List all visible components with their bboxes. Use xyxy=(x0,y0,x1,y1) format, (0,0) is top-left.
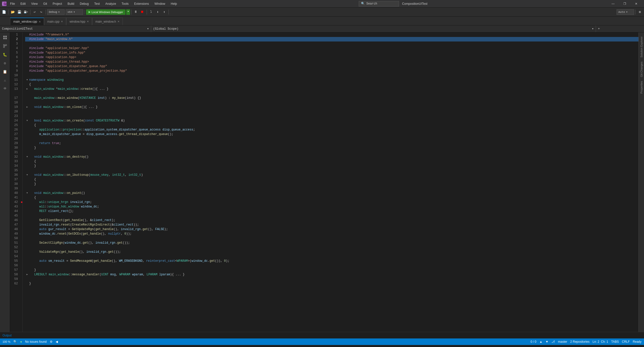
menu-extensions[interactable]: Extensions xyxy=(132,2,151,6)
panel-tab-properties[interactable]: Properties xyxy=(639,79,644,96)
tabs-label[interactable]: TABS xyxy=(611,340,619,343)
menu-edit[interactable]: Edit xyxy=(18,2,28,6)
undo-button[interactable]: ↩ xyxy=(32,9,38,15)
new-project-button[interactable]: 📄 xyxy=(1,9,7,15)
chevron-down-icon: ▾ xyxy=(626,10,628,14)
collapse-button-40[interactable]: ▼ xyxy=(25,191,29,195)
scope-left-dropdown[interactable]: CompositionUITest ▾ xyxy=(0,25,151,32)
close-button[interactable]: ✕ xyxy=(630,0,642,8)
sidebar-solution-explorer[interactable] xyxy=(1,33,9,41)
settings-icon[interactable]: ⚙ xyxy=(50,340,53,343)
stop-button[interactable]: ⏹ xyxy=(139,9,145,15)
code-line-55: auto sm_result = SendMessageW(get_handle… xyxy=(25,259,638,263)
zoom-icon[interactable]: 🔍 xyxy=(13,340,17,343)
menu-help[interactable]: Help xyxy=(169,2,179,6)
menu-test[interactable]: Test xyxy=(92,2,102,6)
line-numbers: 1 2 3 4 5 6 7 8 9 10 11 12 13 17 18 19 2… xyxy=(10,32,23,332)
zoom-level: 100 % xyxy=(3,340,10,343)
line-num-20: 20 xyxy=(10,109,20,114)
save-all-button[interactable]: 💾+ xyxy=(23,9,29,15)
code-line-41: { xyxy=(25,195,638,200)
tab-close-icon[interactable]: ✕ xyxy=(61,20,63,23)
repos-label[interactable]: 2 Repositories xyxy=(570,340,590,343)
code-lines[interactable]: #include "framework.h" #include "main_wi… xyxy=(23,32,638,332)
tab-label: main_window.h xyxy=(95,20,116,23)
branch-label[interactable]: master xyxy=(558,340,567,343)
tab-main-window-cpp[interactable]: main_window.cpp ✕ xyxy=(10,18,44,25)
line-num-49: 49 xyxy=(10,232,20,236)
line-num-57: 57 xyxy=(10,268,20,272)
config-dropdown[interactable]: Debug ▾ xyxy=(47,9,65,15)
sidebar-git[interactable] xyxy=(1,42,9,50)
redo-button[interactable]: ↪ xyxy=(38,9,44,15)
collapse-button-58[interactable]: ▶ xyxy=(25,273,29,277)
menu-debug[interactable]: Debug xyxy=(78,2,91,6)
find-up-icon[interactable]: ▲ xyxy=(539,340,542,343)
menu-build[interactable]: Build xyxy=(66,2,76,6)
layout-button[interactable]: ⊞ xyxy=(637,9,643,15)
menu-view[interactable]: View xyxy=(29,2,40,6)
menu-file[interactable]: File xyxy=(8,2,17,6)
line-num-51: 51 xyxy=(10,241,20,245)
search-box[interactable]: 🔍 Search xyxy=(359,1,399,7)
panel-tab-git-changes[interactable]: Git Changes xyxy=(639,60,644,79)
line-num-31: 31 xyxy=(10,150,20,155)
collapse-button-11[interactable]: ▼ xyxy=(25,78,29,82)
arrow-left-icon[interactable]: ◀ xyxy=(56,340,58,343)
tab-close-icon[interactable]: ✕ xyxy=(87,20,89,23)
code-editor[interactable]: 1 2 3 4 5 6 7 8 9 10 11 12 13 17 18 19 2… xyxy=(10,32,638,332)
tab-close-icon[interactable]: ✕ xyxy=(117,20,119,23)
run-dropdown-button[interactable]: ▾ xyxy=(126,9,130,15)
step-out-button[interactable]: ⬆ xyxy=(161,9,167,15)
line-num-48: 48 xyxy=(10,227,20,232)
collapse-button-32[interactable]: ▼ xyxy=(25,155,29,159)
code-line-44: RECT client_rect{}; xyxy=(25,209,638,213)
editor-tabs: main_window.cpp ✕ main.cpp ✕ window.hpp … xyxy=(0,17,644,25)
open-button[interactable]: 📂 xyxy=(10,9,16,15)
menu-project[interactable]: Project xyxy=(51,2,64,6)
panel-tab-solution-explorer[interactable]: Solution Explorer xyxy=(639,34,644,60)
menu-tools[interactable]: Tools xyxy=(119,2,131,6)
find-down-icon[interactable]: ▼ xyxy=(545,340,548,343)
collapse-button-19[interactable]: ▶ xyxy=(25,105,29,109)
pause-button[interactable]: ⏸ xyxy=(133,9,139,15)
code-line-31 xyxy=(25,150,638,155)
tab-close-icon[interactable]: ✕ xyxy=(39,20,41,23)
solution-dropdown[interactable]: Auto ▾ xyxy=(617,9,634,15)
status-circle: ● xyxy=(20,340,22,343)
scope-right-dropdown[interactable]: + xyxy=(596,25,644,32)
sidebar-debug[interactable]: 🐛 xyxy=(1,51,9,59)
code-line-5: #include "application_info.hpp" xyxy=(25,51,638,55)
menu-git[interactable]: Git xyxy=(41,2,49,6)
collapse-button-13[interactable]: ▶ xyxy=(25,87,29,91)
menu-analyze[interactable]: Analyze xyxy=(103,2,118,6)
sidebar-properties[interactable]: ⚙ xyxy=(1,59,9,67)
scope-middle-dropdown[interactable]: (Global Scope) ▾ xyxy=(151,25,596,32)
line-num-38: 38 xyxy=(10,182,20,186)
code-line-19: ▶ void main_window::on_close() { ... } xyxy=(25,105,638,109)
tab-main-window-h[interactable]: main_window.h ✕ xyxy=(92,18,123,25)
run-button[interactable]: ▶ Local Windows Debugger xyxy=(86,9,126,15)
tab-main-cpp[interactable]: main.cpp ✕ xyxy=(44,18,66,25)
code-line-51: SelectClipRgn(window_dc.get(), invalid_r… xyxy=(25,241,638,245)
collapse-button-24[interactable]: ▼ xyxy=(25,119,29,123)
minimize-button[interactable]: — xyxy=(607,0,619,8)
sidebar-watch[interactable]: 👁 xyxy=(1,85,9,93)
tab-window-hpp[interactable]: window.hpp ✕ xyxy=(66,18,92,25)
save-button[interactable]: 💾 xyxy=(16,9,22,15)
ready-label: Ready xyxy=(633,340,641,343)
step-over-button[interactable]: ⤵ xyxy=(148,9,154,15)
svg-rect-1 xyxy=(5,36,7,37)
code-line-27: m_main_dispatcher_queue = disp_queue_acc… xyxy=(25,132,638,137)
collapse-button-36[interactable]: ▼ xyxy=(25,173,29,177)
encoding-label[interactable]: CRLF xyxy=(622,340,630,343)
output-label[interactable]: Output xyxy=(3,334,12,337)
platform-dropdown[interactable]: x64 ▾ xyxy=(66,9,83,15)
step-into-button[interactable]: ⬇ xyxy=(155,9,161,15)
maximize-button[interactable]: ❐ xyxy=(619,0,630,8)
sidebar-error-list[interactable]: ⚠ xyxy=(1,76,9,84)
line-num-12: 12 xyxy=(10,82,20,87)
code-line-52 xyxy=(25,245,638,250)
sidebar-output[interactable]: 📋 xyxy=(1,68,9,76)
menu-window[interactable]: Window xyxy=(152,2,167,6)
